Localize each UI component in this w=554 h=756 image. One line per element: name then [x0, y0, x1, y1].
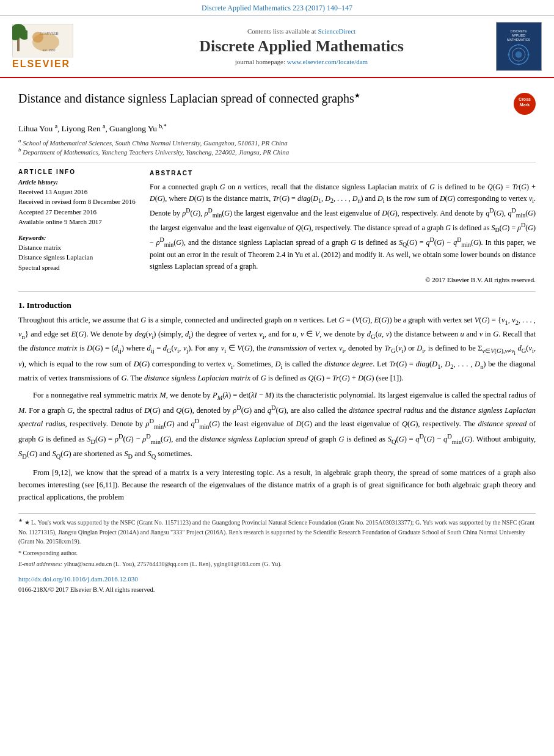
- journal-title-area: Contents lists available at ScienceDirec…: [122, 27, 481, 65]
- elsevier-lion-icon: ELSEVIER Est. 1580: [12, 24, 73, 57]
- publisher-logo-area: ELSEVIER Est. 1580 ELSEVIER: [12, 24, 122, 70]
- article-info-column: ARTICLE INFO Article history: Received 1…: [18, 169, 137, 285]
- section-1-body: Throughout this article, we assume that …: [18, 314, 536, 503]
- article-info-abstract-section: ARTICLE INFO Article history: Received 1…: [18, 162, 536, 292]
- section-1-title: 1. Introduction: [18, 300, 536, 310]
- author-3: Guanglong Yu b,*: [109, 124, 167, 133]
- elsevier-wordmark: ELSEVIER: [12, 59, 70, 70]
- affiliations-section: a School of Mathematical Sciences, South…: [18, 137, 536, 156]
- svg-text:Est. 1580: Est. 1580: [42, 48, 55, 52]
- doi-link[interactable]: http://dx.doi.org/10.1016/j.dam.2016.12.…: [18, 575, 138, 583]
- svg-text:Cross: Cross: [519, 97, 531, 101]
- journal-cover-area: DISCRETE APPLIED MATHEMATICS: [481, 22, 542, 71]
- crossmark-badge: Cross Mark: [514, 93, 536, 115]
- author-1: Lihua You a: [18, 124, 57, 133]
- author-2: Liyong Ren a: [62, 124, 106, 133]
- svg-text:APPLIED: APPLIED: [512, 34, 526, 37]
- svg-text:Mark: Mark: [520, 103, 530, 107]
- footnote-corresponding: * Corresponding author.: [18, 548, 536, 558]
- contents-available-text: Contents lists available at ScienceDirec…: [122, 27, 481, 35]
- crossmark-icon: Cross Mark: [514, 93, 536, 115]
- abstract-text: For a connected graph G on n vertices, r…: [150, 181, 536, 272]
- article-info-heading: ARTICLE INFO: [18, 169, 137, 175]
- revised-date: Received in revised form 8 December 2016: [18, 197, 137, 207]
- svg-point-19: [517, 44, 520, 46]
- svg-text:MATHEMATICS: MATHEMATICS: [507, 38, 531, 42]
- svg-point-17: [508, 54, 510, 56]
- keyword-2: Distance signless Laplacian: [18, 252, 137, 263]
- paper-title-section: Distance and distance signless Laplacian…: [18, 84, 536, 120]
- body-section: 1. Introduction Throughout this article,…: [18, 300, 536, 503]
- journal-homepage: journal homepage: www.elsevier.com/locat…: [122, 58, 481, 65]
- copyright-line: 0166-218X/© 2017 Elsevier B.V. All right…: [18, 586, 536, 593]
- article-history-label: Article history:: [18, 179, 137, 186]
- journal-cover-thumbnail: DISCRETE APPLIED MATHEMATICS: [496, 22, 542, 71]
- intro-paragraph-1: Throughout this article, we assume that …: [18, 314, 536, 384]
- available-date: Available online 9 March 2017: [18, 217, 137, 227]
- intro-paragraph-2: For a nonnegative real symmetric matrix …: [18, 389, 536, 462]
- journal-url[interactable]: www.elsevier.com/locate/dam: [287, 58, 368, 65]
- svg-point-20: [517, 64, 520, 66]
- received-date: Received 13 August 2016: [18, 187, 137, 197]
- svg-text:DISCRETE: DISCRETE: [511, 29, 527, 33]
- footnotes-section: ★ ★ L. You's work was supported by the N…: [18, 513, 536, 569]
- svg-point-18: [527, 54, 530, 56]
- footnote-email: E-mail addresses: ylhua@scnu.edu.cn (L. …: [18, 559, 536, 569]
- abstract-column: ABSTRACT For a connected graph G on n ve…: [150, 169, 536, 285]
- svg-point-8: [32, 32, 43, 43]
- intro-paragraph-3: From [9,12], we know that the spread of …: [18, 467, 536, 503]
- abstract-heading: ABSTRACT: [150, 169, 536, 178]
- cover-image-icon: DISCRETE APPLIED MATHEMATICS: [498, 22, 539, 71]
- keyword-1: Distance matrix: [18, 242, 137, 253]
- keywords-label: Keywords:: [18, 234, 137, 241]
- journal-title: Discrete Applied Mathematics: [122, 37, 481, 56]
- elsevier-logo: ELSEVIER Est. 1580 ELSEVIER: [12, 24, 122, 70]
- title-footnote-marker: ★: [354, 92, 360, 99]
- svg-point-16: [516, 51, 522, 58]
- footnote-star: ★ ★ L. You's work was supported by the N…: [18, 517, 536, 547]
- journal-banner: Discrete Applied Mathematics 223 (2017) …: [0, 0, 554, 16]
- abstract-copyright: © 2017 Elsevier B.V. All rights reserved…: [150, 275, 536, 285]
- main-content: Distance and distance signless Laplacian…: [0, 78, 554, 605]
- keywords-section: Keywords: Distance matrix Distance signl…: [18, 234, 137, 273]
- affiliation-b: b Department of Mathematics, Yancheng Te…: [18, 147, 536, 156]
- affiliation-a: a School of Mathematical Sciences, South…: [18, 137, 536, 147]
- doi-section: http://dx.doi.org/10.1016/j.dam.2016.12.…: [18, 574, 536, 584]
- accepted-date: Accepted 27 December 2016: [18, 207, 137, 217]
- paper-title: Distance and distance signless Laplacian…: [18, 90, 508, 106]
- sciencedirect-link[interactable]: ScienceDirect: [318, 27, 355, 35]
- journal-citation: Discrete Applied Mathematics 223 (2017) …: [202, 4, 352, 12]
- journal-header: ELSEVIER Est. 1580 ELSEVIER Contents lis…: [0, 16, 554, 78]
- keyword-3: Spectral spread: [18, 263, 137, 273]
- authors-section: Lihua You a, Liyong Ren a, Guanglong Yu …: [18, 122, 536, 134]
